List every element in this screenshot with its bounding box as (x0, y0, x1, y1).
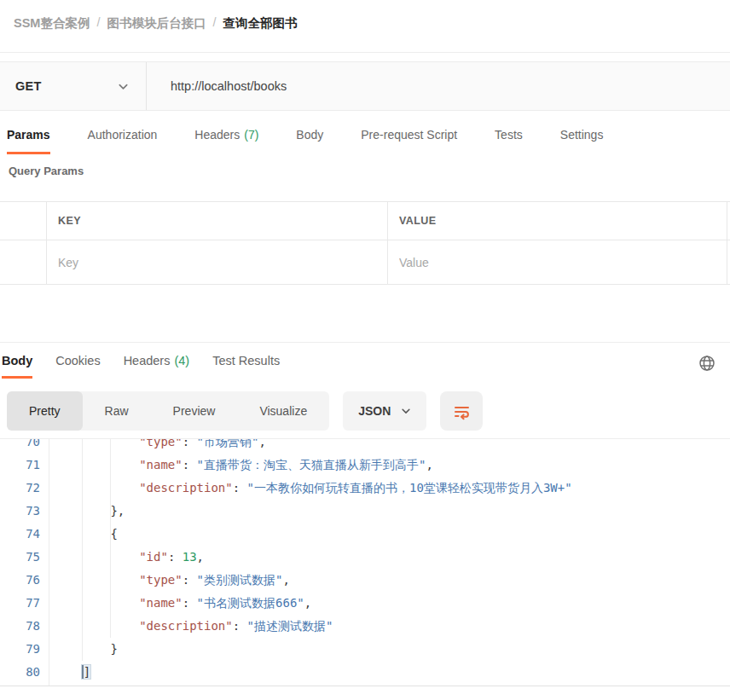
request-url-bar: GET (0, 61, 730, 111)
view-mode-raw[interactable]: Raw (83, 391, 151, 431)
key-column-header: KEY (47, 215, 81, 227)
globe-icon (698, 354, 716, 373)
line-number: 72 (0, 477, 48, 500)
chevron-down-icon (118, 81, 129, 92)
line-number: 78 (0, 615, 48, 638)
tab-params[interactable]: Params (7, 128, 50, 154)
tab-pre-request-script[interactable]: Pre-request Script (361, 128, 457, 154)
response-format-bar: PrettyRawPreviewVisualize JSON (7, 391, 730, 431)
line-number: 80 (0, 661, 48, 684)
param-key-input[interactable] (47, 256, 387, 269)
view-mode-preview[interactable]: Preview (151, 391, 238, 431)
line-number: 75 (0, 546, 48, 569)
code-line: 76 "type": "类别测试数据", (0, 569, 730, 592)
line-number: 73 (0, 500, 48, 523)
code-line-text: }, (48, 500, 125, 523)
response-body-code[interactable]: 70 "type": "市场营销",71 "name": "直播带货：淘宝、天猫… (0, 438, 730, 686)
network-info-button[interactable] (696, 352, 718, 374)
code-line: 73 }, (0, 500, 730, 523)
code-line: 72 "description": "一本教你如何玩转直播的书，10堂课轻松实现… (0, 477, 730, 500)
code-line-text: { (48, 523, 118, 546)
tab-headers[interactable]: Headers(4) (124, 354, 190, 379)
code-lines: 70 "type": "市场营销",71 "name": "直播带货：淘宝、天猫… (0, 438, 730, 684)
line-number: 77 (0, 592, 48, 615)
params-table-row (0, 240, 730, 284)
code-line-text: "description": "描述测试数据" (48, 615, 333, 638)
code-line: 75 "id": 13, (0, 546, 730, 569)
breadcrumb-separator: / (212, 15, 216, 29)
method-selector[interactable]: GET (0, 62, 147, 110)
language-label: JSON (358, 404, 391, 418)
line-number: 71 (0, 454, 48, 477)
query-params-title: Query Params (9, 165, 730, 179)
tab-test-results[interactable]: Test Results (212, 354, 280, 379)
code-line-text: "description": "一本教你如何玩转直播的书，10堂课轻松实现带货月… (48, 477, 572, 500)
params-table: KEY VALUE (0, 201, 730, 285)
breadcrumb-item-collection[interactable]: SSM整合案例 (14, 15, 90, 32)
tab-settings[interactable]: Settings (560, 128, 604, 154)
line-number: 74 (0, 523, 48, 546)
code-line-text: } (48, 638, 118, 661)
code-line: 71 "name": "直播带货：淘宝、天猫直播从新手到高手", (0, 454, 730, 477)
params-select-column (0, 202, 47, 240)
view-mode-switch: PrettyRawPreviewVisualize (7, 391, 329, 431)
method-label: GET (15, 79, 42, 93)
wrap-text-button[interactable] (440, 391, 483, 431)
code-line-text: "name": "书名测试数据666", (48, 592, 311, 615)
value-column-header: VALUE (388, 215, 436, 227)
view-mode-visualize[interactable]: Visualize (237, 391, 329, 431)
response-pane-divider (0, 342, 730, 343)
breadcrumb-item-request[interactable]: 查询全部图书 (223, 15, 297, 32)
code-line: 79 } (0, 638, 730, 661)
tab-count-badge: (4) (174, 354, 189, 367)
code-line-text: "type": "市场营销", (48, 438, 266, 454)
line-number: 79 (0, 638, 48, 661)
request-tabs: ParamsAuthorizationHeaders(7)BodyPre-req… (0, 111, 730, 154)
code-line-text: "type": "类别测试数据", (48, 569, 290, 592)
chevron-down-icon (401, 406, 411, 416)
line-number: 70 (0, 438, 48, 454)
url-input[interactable] (147, 62, 730, 110)
response-header: BodyCookiesHeaders(4)Test Results (0, 354, 730, 379)
view-mode-pretty[interactable]: Pretty (7, 391, 83, 431)
code-line: 80 ] (0, 661, 730, 684)
line-number: 76 (0, 569, 48, 592)
code-line: 74 { (0, 523, 730, 546)
response-tabs: BodyCookiesHeaders(4)Test Results (2, 354, 280, 379)
breadcrumb: SSM整合案例 / 图书模块后台接口 / 查询全部图书 (0, 0, 730, 53)
code-line: 77 "name": "书名测试数据666", (0, 592, 730, 615)
tab-body[interactable]: Body (2, 354, 32, 379)
tab-body[interactable]: Body (296, 128, 323, 154)
param-value-input[interactable] (388, 256, 727, 269)
code-line: 70 "type": "市场营销", (0, 438, 730, 454)
params-table-header-row: KEY VALUE (0, 202, 730, 240)
params-row-handle (0, 240, 47, 284)
code-line-text: "name": "直播带货：淘宝、天猫直播从新手到高手", (48, 454, 433, 477)
breadcrumb-separator: / (96, 15, 100, 29)
breadcrumb-item-folder[interactable]: 图书模块后台接口 (107, 15, 206, 32)
tab-count-badge: (7) (244, 128, 258, 142)
code-line-text: ] (48, 661, 90, 684)
tab-authorization[interactable]: Authorization (88, 128, 158, 154)
wrap-text-icon (453, 402, 471, 420)
language-dropdown[interactable]: JSON (343, 391, 426, 431)
tab-headers[interactable]: Headers(7) (194, 128, 258, 154)
tab-tests[interactable]: Tests (495, 128, 523, 154)
code-line: 78 "description": "描述测试数据" (0, 615, 730, 638)
tab-cookies[interactable]: Cookies (55, 354, 100, 379)
code-line-text: "id": 13, (48, 546, 204, 569)
